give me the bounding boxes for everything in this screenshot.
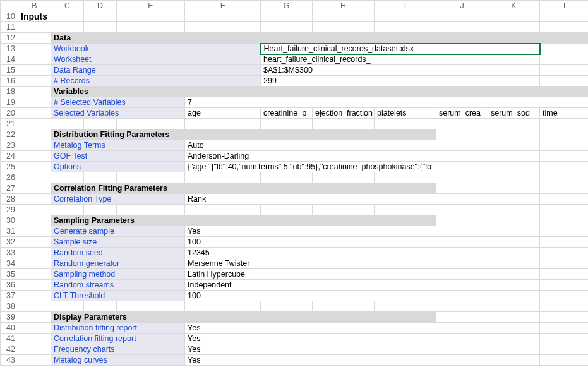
row-header[interactable]: 16 — [1, 76, 18, 87]
value-cell[interactable]: 100 — [185, 291, 436, 301]
value-cell[interactable]: 299 — [261, 76, 540, 87]
row-header[interactable]: 38 — [1, 301, 18, 312]
label-random-seed[interactable]: Random seed — [51, 248, 185, 258]
col-header[interactable]: L — [540, 1, 589, 11]
label-clt-threshold[interactable]: CLT Threshold — [51, 291, 185, 301]
row-header[interactable]: 12 — [1, 33, 18, 44]
value-cell[interactable]: Yes — [185, 226, 436, 237]
section-header-display[interactable]: Display Parameters — [51, 312, 436, 323]
page-title[interactable]: Inputs — [18, 11, 84, 22]
row-header[interactable]: 33 — [1, 248, 18, 258]
label-options[interactable]: Options — [51, 162, 185, 172]
value-cell[interactable]: Auto — [185, 140, 436, 151]
value-cell[interactable]: Yes — [185, 323, 436, 334]
row-header[interactable]: 14 — [1, 54, 18, 65]
label-metalog-terms[interactable]: Metalog Terms — [51, 140, 185, 151]
row-header[interactable]: 19 — [1, 97, 18, 108]
row-header[interactable]: 41 — [1, 334, 18, 344]
row-header[interactable]: 36 — [1, 280, 18, 291]
value-cell[interactable]: Anderson-Darling — [185, 151, 436, 162]
row-header[interactable]: 35 — [1, 269, 18, 280]
row-header[interactable]: 20 — [1, 108, 18, 119]
selected-cell[interactable]: Heart_failure_clinical_records_dataset.x… — [261, 44, 540, 54]
row-header[interactable]: 24 — [1, 151, 18, 162]
label-sample-size[interactable]: Sample size — [51, 237, 185, 248]
row-header[interactable]: 28 — [1, 194, 18, 205]
value-cell[interactable]: {"age":{"lb":40,"numTerms":5,"ub":95},"c… — [185, 162, 436, 172]
row-header[interactable]: 11 — [1, 22, 18, 33]
var-cell[interactable]: serum_crea — [436, 108, 488, 119]
var-cell[interactable]: creatinine_p — [261, 108, 313, 119]
value-cell[interactable]: Latin Hypercube — [185, 269, 436, 280]
col-header[interactable]: E — [117, 1, 185, 11]
label-generate-sample[interactable]: Generate sample — [51, 226, 185, 237]
row-header[interactable]: 27 — [1, 183, 18, 194]
value-cell[interactable]: Yes — [185, 355, 436, 366]
value-cell[interactable]: 7 — [185, 97, 589, 108]
row-header[interactable]: 32 — [1, 237, 18, 248]
section-header-data[interactable]: Data — [51, 33, 589, 44]
var-cell[interactable]: time — [540, 108, 589, 119]
row-header[interactable]: 31 — [1, 226, 18, 237]
value-cell[interactable]: Mersenne Twister — [185, 258, 436, 269]
col-header[interactable]: C — [51, 1, 84, 11]
row-header[interactable]: 18 — [1, 87, 18, 97]
row-header[interactable]: 25 — [1, 162, 18, 172]
label-random-streams[interactable]: Random streams — [51, 280, 185, 291]
col-header[interactable]: H — [313, 1, 375, 11]
label-data-range[interactable]: Data Range — [51, 65, 261, 76]
col-header[interactable]: B — [18, 1, 51, 11]
section-header-sampling[interactable]: Sampling Parameters — [51, 215, 436, 226]
col-header[interactable]: D — [84, 1, 117, 11]
label-selected-count[interactable]: # Selected Variables — [51, 97, 185, 108]
row-header[interactable]: 43 — [1, 355, 18, 366]
section-header-distfit[interactable]: Distribution Fitting Parameters — [51, 129, 436, 140]
row-header[interactable]: 13 — [1, 44, 18, 54]
row-header[interactable]: 21 — [1, 119, 18, 129]
corner-cell[interactable] — [1, 1, 18, 11]
row-header[interactable]: 10 — [1, 11, 18, 22]
label-corr-type[interactable]: Correlation Type — [51, 194, 185, 205]
label-gof-test[interactable]: GOF Test — [51, 151, 185, 162]
col-header[interactable]: I — [375, 1, 436, 11]
row-header[interactable]: 40 — [1, 323, 18, 334]
col-header[interactable]: K — [488, 1, 540, 11]
label-records[interactable]: # Records — [51, 76, 261, 87]
value-cell[interactable]: $A$1:$M$300 — [261, 65, 540, 76]
row-header[interactable]: 29 — [1, 205, 18, 215]
label-sampling-method[interactable]: Sampling method — [51, 269, 185, 280]
label-metalog-curves[interactable]: Metalog curves — [51, 355, 185, 366]
value-cell[interactable]: 100 — [185, 237, 436, 248]
label-random-generator[interactable]: Random generator — [51, 258, 185, 269]
col-header[interactable]: J — [436, 1, 488, 11]
value-cell[interactable]: heart_failure_clinical_records_ — [261, 54, 540, 65]
var-cell[interactable]: age — [185, 108, 261, 119]
value-cell[interactable]: Yes — [185, 334, 436, 344]
label-worksheet[interactable]: Worksheet — [51, 54, 261, 65]
value-cell[interactable]: 12345 — [185, 248, 436, 258]
col-header[interactable]: F — [185, 1, 261, 11]
row-header[interactable]: 42 — [1, 344, 18, 355]
var-cell[interactable]: serum_sod — [488, 108, 540, 119]
label-freq-charts[interactable]: Frequency charts — [51, 344, 185, 355]
section-header-variables[interactable]: Variables — [51, 87, 589, 97]
section-header-corrfit[interactable]: Correlation Fitting Parameters — [51, 183, 436, 194]
row-header[interactable]: 34 — [1, 258, 18, 269]
value-cell[interactable]: Independent — [185, 280, 436, 291]
value-cell[interactable]: Rank — [185, 194, 436, 205]
label-dist-report[interactable]: Distribution fitting report — [51, 323, 185, 334]
row-header[interactable]: 23 — [1, 140, 18, 151]
label-workbook[interactable]: Workbook — [51, 44, 261, 54]
var-cell[interactable]: ejection_fraction — [313, 108, 375, 119]
value-cell[interactable]: Yes — [185, 344, 436, 355]
row-header[interactable]: 30 — [1, 215, 18, 226]
row-header[interactable]: 39 — [1, 312, 18, 323]
row-header[interactable]: 15 — [1, 65, 18, 76]
var-cell[interactable]: platelets — [375, 108, 436, 119]
label-selected-vars[interactable]: Selected Variables — [51, 108, 185, 119]
row-header[interactable]: 37 — [1, 291, 18, 301]
worksheet-grid[interactable]: B C D E F G H I J K L 10 Inputs 11 12 Da… — [0, 0, 588, 366]
label-corr-report[interactable]: Correlation fitting report — [51, 334, 185, 344]
col-header[interactable]: G — [261, 1, 313, 11]
row-header[interactable]: 26 — [1, 172, 18, 183]
